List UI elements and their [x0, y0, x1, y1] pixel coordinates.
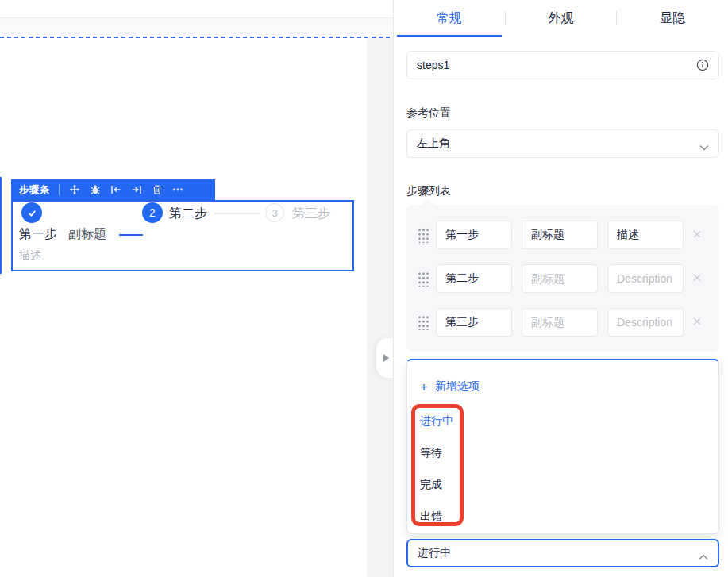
step3-subtitle-input[interactable] [522, 308, 598, 337]
status-select[interactable]: 进行中 [406, 539, 719, 567]
step1-subtitle: 副标题 [68, 226, 106, 243]
step1-title-input[interactable] [436, 221, 512, 249]
option-in-progress[interactable]: 进行中 [407, 405, 718, 437]
step2-subtitle-input[interactable] [522, 264, 598, 293]
step1-tail-line [119, 234, 143, 236]
option-list: 进行中 等待 完成 出错 [407, 405, 718, 532]
step3-number-icon: 3 [265, 203, 284, 222]
design-canvas[interactable]: 步骤条 [0, 0, 393, 577]
trash-icon[interactable] [151, 184, 163, 196]
chevron-right-icon [383, 354, 389, 362]
ref-position-label: 参考位置 [406, 106, 451, 121]
step2-title-input[interactable] [436, 264, 512, 293]
drag-handle-icon[interactable] [418, 271, 429, 287]
step1-description-input[interactable] [607, 221, 684, 249]
step1-title: 第一步 [19, 226, 57, 243]
move-icon[interactable] [68, 184, 80, 196]
step1-description: 描述 [19, 248, 41, 263]
settings-tabs: 常规 外观 显隐 [394, 0, 728, 37]
step-row-3 [406, 308, 719, 337]
tab-appearance[interactable]: 外观 [506, 0, 617, 37]
step3-title-input[interactable] [436, 308, 512, 337]
ref-position-value: 左上角 [417, 137, 699, 151]
add-option-label: 新增选项 [435, 379, 480, 394]
status-select-dropdown: + 新增选项 进行中 等待 完成 出错 [406, 359, 719, 534]
drag-handle-icon[interactable] [418, 228, 429, 243]
toolbar-divider [59, 184, 60, 195]
steps-list-editor [406, 205, 719, 352]
info-icon[interactable] [696, 59, 709, 71]
ref-position-select[interactable]: 左上角 [406, 129, 719, 158]
bug-icon[interactable] [89, 184, 101, 196]
panel-collapse-handle[interactable] [376, 338, 393, 378]
chevron-down-icon [699, 140, 709, 147]
component-toolbar: 步骤条 [11, 179, 215, 200]
tab-general[interactable]: 常规 [394, 0, 505, 37]
step3-description-input[interactable] [607, 308, 684, 337]
step3-title: 第三步 [292, 206, 330, 222]
status-select-value: 进行中 [418, 546, 699, 560]
step2-number-icon: 2 [142, 202, 163, 223]
canvas-top-band [0, 17, 393, 37]
steps-list-label: 步骤列表 [406, 184, 451, 198]
insert-before-icon[interactable] [110, 184, 121, 196]
panel-gutter [367, 38, 393, 577]
more-icon[interactable] [171, 184, 183, 196]
drag-handle-icon[interactable] [418, 315, 429, 330]
step1-subtitle-input[interactable] [522, 221, 598, 249]
close-icon[interactable] [691, 228, 703, 240]
component-type-label: 步骤条 [19, 183, 50, 197]
settings-panel: 常规 外观 显隐 参考位置 左上角 步骤列表 [393, 0, 728, 577]
component-name-input[interactable] [417, 59, 696, 71]
step1-finish-icon [21, 202, 42, 223]
panel-caret [421, 198, 435, 206]
step-row-1 [406, 221, 719, 249]
tab-visibility[interactable]: 显隐 [617, 0, 728, 37]
steps-component[interactable]: 2 第二步 3 第三步 第一步 副标题 描述 [11, 200, 354, 271]
close-icon[interactable] [691, 271, 703, 284]
drop-indicator-line [0, 37, 393, 38]
step1-title-row: 第一步 副标题 [19, 226, 143, 243]
selection-edge-marker [0, 177, 2, 274]
chevron-up-icon [699, 550, 708, 556]
plus-icon: + [420, 380, 428, 394]
add-option-button[interactable]: + 新增选项 [420, 379, 480, 394]
editor-window: 步骤条 [0, 0, 728, 577]
insert-after-icon[interactable] [130, 184, 142, 196]
option-waiting[interactable]: 等待 [407, 437, 718, 468]
step-row-2 [406, 264, 719, 293]
option-error[interactable]: 出错 [407, 500, 718, 532]
option-finished[interactable]: 完成 [407, 468, 718, 500]
step-connector-line [214, 213, 260, 214]
close-icon[interactable] [691, 315, 703, 328]
step2-description-input[interactable] [607, 264, 684, 293]
component-name-field[interactable] [406, 51, 719, 79]
step2-title: 第二步 [169, 206, 207, 222]
